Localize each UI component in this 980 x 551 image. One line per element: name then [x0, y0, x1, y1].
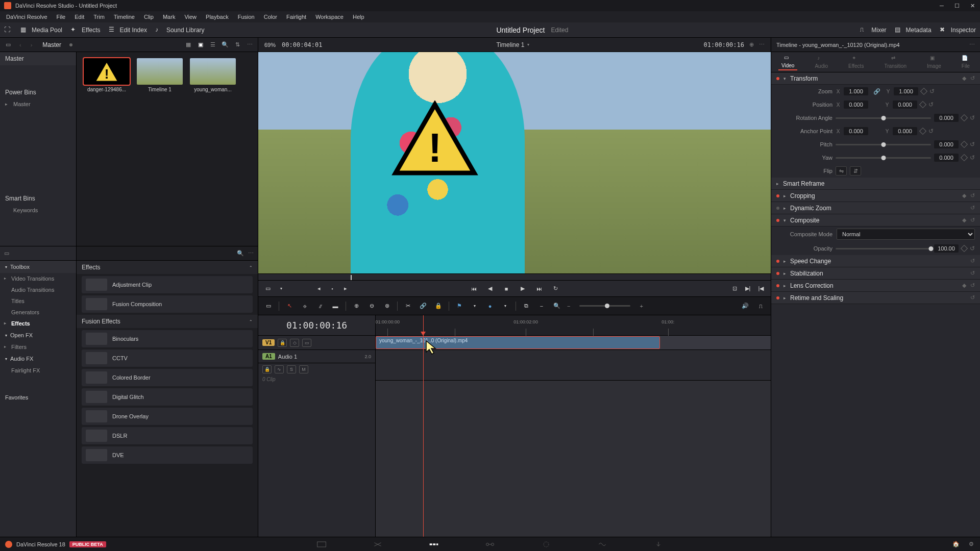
- yaw-val[interactable]: 0.000: [934, 154, 959, 162]
- fusion-page-tab[interactable]: [485, 540, 495, 548]
- pitch-reset[interactable]: ↺: [970, 141, 975, 148]
- bin-list-icon[interactable]: ▭: [4, 41, 12, 49]
- v1-lock-icon[interactable]: 🔒: [278, 339, 287, 347]
- viewer-target-icon[interactable]: ⊕: [749, 41, 754, 48]
- comp-reset-icon[interactable]: ↺: [970, 217, 975, 223]
- snap-icon[interactable]: ⧉: [521, 301, 531, 311]
- toolbox-hdr[interactable]: ▾Toolbox: [0, 261, 76, 273]
- play-around-icon[interactable]: ●: [328, 284, 337, 293]
- lens-kf-icon[interactable]: ◆: [962, 282, 966, 289]
- rot-reset[interactable]: ↺: [970, 114, 975, 121]
- transform-kf-icon[interactable]: ◆: [962, 75, 966, 82]
- menu-fairlight[interactable]: Fairlight: [282, 13, 310, 21]
- zoom-reset[interactable]: ↺: [929, 88, 935, 95]
- viewer-scrubber[interactable]: [258, 273, 771, 281]
- transform-reset-icon[interactable]: ↺: [970, 75, 975, 82]
- menu-edit[interactable]: Edit: [70, 13, 88, 21]
- comp-kf-icon[interactable]: ◆: [962, 217, 966, 223]
- menu-fusion[interactable]: Fusion: [234, 13, 259, 21]
- menu-file[interactable]: File: [53, 13, 70, 21]
- insp-tab-audio[interactable]: ♪Audio: [812, 54, 831, 70]
- smart-reframe-header[interactable]: ▸Smart Reframe: [771, 178, 980, 190]
- viewer-timeline-name[interactable]: Timeline 1 ▾: [497, 41, 530, 48]
- insp-tab-image[interactable]: ▣Image: [924, 54, 944, 70]
- audio-mute-icon[interactable]: 🔊: [740, 301, 750, 311]
- bin-master-hdr[interactable]: Master: [0, 52, 76, 65]
- fx-dve[interactable]: DVE: [82, 446, 253, 464]
- favorites-hdr[interactable]: Favorites: [0, 391, 76, 404]
- flip-v-button[interactable]: ⇵: [850, 166, 861, 176]
- stop-icon[interactable]: ■: [502, 284, 511, 293]
- dz-reset-icon[interactable]: ↺: [970, 205, 975, 211]
- media-page-tab[interactable]: [316, 540, 327, 548]
- minimize-button[interactable]: ─: [938, 2, 945, 9]
- fairlight-page-tab[interactable]: [597, 540, 607, 548]
- insp-tab-effects[interactable]: ✦Effects: [845, 54, 867, 70]
- viewer[interactable]: !: [258, 52, 771, 273]
- media-clip-young-woman[interactable]: young_woman...: [190, 58, 236, 92]
- rotation-val[interactable]: 0.000: [934, 114, 959, 122]
- dynamic-zoom-header[interactable]: ▸Dynamic Zoom ↺: [771, 202, 980, 214]
- flag-dropdown-icon[interactable]: ▾: [470, 301, 480, 311]
- nav-titles[interactable]: Titles: [0, 295, 76, 307]
- anch-y[interactable]: 0.000: [893, 127, 917, 135]
- insert-mode-icon[interactable]: ▭: [263, 284, 273, 293]
- speed-change-header[interactable]: ▸Speed Change ↺: [771, 255, 980, 267]
- next-clip-icon[interactable]: ▶|: [743, 284, 752, 293]
- go-start-icon[interactable]: ⏮: [469, 284, 478, 293]
- pos-y[interactable]: 0.000: [893, 101, 917, 109]
- replace-clip-icon[interactable]: ⊗: [382, 301, 392, 311]
- nav-generators[interactable]: Generators: [0, 307, 76, 318]
- media-clip-danger[interactable]: ! danger-129486...: [84, 58, 130, 92]
- loop-icon[interactable]: ↻: [551, 284, 560, 293]
- a1-curve-icon[interactable]: ∿: [275, 365, 284, 373]
- dynamic-trim-icon[interactable]: ⫽: [315, 301, 325, 311]
- pitch-val[interactable]: 0.000: [934, 140, 959, 148]
- fx-group-fusion[interactable]: Fusion Effects⌃: [77, 315, 258, 328]
- power-bins-hdr[interactable]: Power Bins: [0, 86, 76, 99]
- marker-icon[interactable]: ●: [485, 301, 495, 311]
- fx-digital-glitch[interactable]: Digital Glitch: [82, 388, 253, 406]
- yaw-reset[interactable]: ↺: [970, 154, 975, 161]
- a1-lock-icon[interactable]: 🔒: [262, 365, 272, 373]
- a1-badge[interactable]: A1: [262, 353, 275, 360]
- lens-reset-icon[interactable]: ↺: [970, 282, 975, 289]
- pos-x[interactable]: 0.000: [844, 101, 868, 109]
- fx-fusion-composition[interactable]: Fusion Composition: [82, 295, 253, 313]
- fx-dslr[interactable]: DSLR: [82, 427, 253, 444]
- viewer-zoom[interactable]: 69%: [264, 42, 276, 48]
- v1-badge[interactable]: V1: [262, 339, 275, 346]
- a1-solo-icon[interactable]: S: [287, 365, 296, 373]
- view-list-icon[interactable]: ☰: [209, 41, 217, 49]
- edit-page-tab[interactable]: [429, 540, 439, 548]
- insert-clip-icon[interactable]: ⊕: [351, 301, 361, 311]
- fx-colored-border[interactable]: Colored Border: [82, 369, 253, 386]
- crop-kf-icon[interactable]: ◆: [962, 192, 966, 199]
- yaw-slider[interactable]: [836, 157, 931, 159]
- zoom-fit-icon[interactable]: 🔍: [552, 301, 562, 311]
- zoom-kf[interactable]: [920, 88, 927, 95]
- nav-effects[interactable]: ▸Effects: [0, 318, 76, 329]
- sort-icon[interactable]: ⇅: [233, 41, 241, 49]
- blade-icon[interactable]: ✂: [403, 301, 413, 311]
- media-clip-timeline1[interactable]: Timeline 1: [137, 58, 183, 92]
- match-frame-icon[interactable]: ⊡: [730, 284, 739, 293]
- marker-dropdown-icon[interactable]: ▾: [500, 301, 510, 311]
- video-clip[interactable]: young_woman_-_101..0 (Original).mp4: [376, 336, 660, 349]
- cropping-header[interactable]: ▸Cropping ◆ ↺: [771, 190, 980, 202]
- menu-help[interactable]: Help: [349, 13, 369, 21]
- viewer-options-icon[interactable]: ⋯: [759, 41, 765, 48]
- menu-workspace[interactable]: Workspace: [311, 13, 348, 21]
- composite-header[interactable]: ▾Composite ◆ ↺: [771, 214, 980, 227]
- zoom-x[interactable]: 1.000: [844, 87, 868, 95]
- crop-reset-icon[interactable]: ↺: [970, 192, 975, 199]
- timeline-ruler[interactable]: 01:00:00:00 01:00:02:00 01:00:: [376, 315, 771, 336]
- nav-filters[interactable]: ▸Filters: [0, 341, 76, 353]
- fx-drone-overlay[interactable]: Drone Overlay: [82, 408, 253, 425]
- rot-kf[interactable]: [961, 114, 968, 121]
- fx-search-icon[interactable]: 🔍: [237, 250, 244, 257]
- pitch-kf[interactable]: [961, 141, 968, 148]
- timeline-tracks[interactable]: 01:00:00:00 01:00:02:00 01:00: young_wom…: [376, 315, 771, 537]
- transform-header[interactable]: ▾ Transform ◆ ↺: [771, 72, 980, 85]
- fx-adjustment-clip[interactable]: Adjustment Clip: [82, 276, 253, 293]
